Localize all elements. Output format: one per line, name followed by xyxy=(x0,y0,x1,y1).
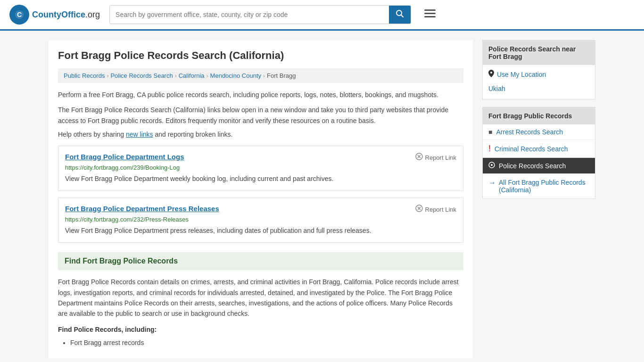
content-area: Fort Bragg Police Records Search (Califo… xyxy=(49,40,473,358)
arrow-icon: → xyxy=(488,179,496,187)
report-link-button-0[interactable]: Report Link xyxy=(415,153,456,162)
link-card-header-1: Fort Bragg Police Department Press Relea… xyxy=(65,205,456,214)
sidebar: Police Records Search near Fort Bragg Us… xyxy=(482,40,595,358)
search-button[interactable] xyxy=(389,6,411,24)
police-records-label: Police Records Search xyxy=(499,162,566,170)
logo-text: CountyOffice.org xyxy=(32,10,100,20)
arrest-records-label: Arrest Records Search xyxy=(496,128,563,136)
breadcrumb-california[interactable]: California xyxy=(179,72,205,79)
sidebar-public-records-title: Fort Bragg Public Records xyxy=(483,107,595,124)
svg-rect-6 xyxy=(424,13,436,14)
svg-text:C: C xyxy=(17,11,22,18)
logo-link[interactable]: C CountyOffice.org xyxy=(9,5,100,25)
menu-button[interactable] xyxy=(424,8,436,21)
report-icon-1 xyxy=(415,205,423,214)
logo-icon: C xyxy=(9,5,29,25)
breadcrumb-sep-1: › xyxy=(107,73,108,79)
svg-point-16 xyxy=(491,164,493,166)
criminal-records-icon: ! xyxy=(488,144,491,154)
find-records-title: Find Police Records, including: xyxy=(58,326,463,333)
find-section-text: Fort Bragg Police Records contain detail… xyxy=(58,277,463,319)
new-links-link[interactable]: new links xyxy=(126,131,153,138)
sidebar-nav-arrest-records[interactable]: ■ Arrest Records Search xyxy=(483,124,595,140)
criminal-records-label: Criminal Records Search xyxy=(495,145,568,153)
nearby-link-ukiah[interactable]: Ukiah xyxy=(488,83,589,94)
breadcrumb: Public Records › Police Records Search ›… xyxy=(58,68,463,83)
use-location-label: Use My Location xyxy=(497,71,546,78)
sidebar-nav: ■ Arrest Records Search ! Criminal Recor… xyxy=(483,124,595,198)
link-card-title-1[interactable]: Fort Bragg Police Department Press Relea… xyxy=(65,205,219,213)
link-card-1: Fort Bragg Police Department Press Relea… xyxy=(58,197,463,243)
location-icon xyxy=(488,70,494,79)
report-icon-0 xyxy=(415,153,423,162)
search-bar xyxy=(109,5,411,24)
sidebar-nav-criminal-records[interactable]: ! Criminal Records Search xyxy=(483,140,595,158)
site-header: C CountyOffice.org xyxy=(0,0,644,31)
breadcrumb-fort-bragg: Fort Bragg xyxy=(267,72,296,79)
breadcrumb-sep-2: › xyxy=(175,73,177,79)
use-location-link[interactable]: Use My Location xyxy=(488,70,589,79)
sidebar-nearby-section: Police Records Search near Fort Bragg Us… xyxy=(482,40,595,99)
sidebar-all-public-records-link[interactable]: → All Fort Bragg Public Records (Califor… xyxy=(483,174,595,198)
sidebar-nav-police-records[interactable]: Police Records Search xyxy=(483,158,595,174)
arrest-records-icon: ■ xyxy=(488,128,492,136)
breadcrumb-sep-3: › xyxy=(206,73,208,79)
report-link-button-1[interactable]: Report Link xyxy=(415,205,456,214)
sidebar-nearby-title: Police Records Search near Fort Bragg xyxy=(483,41,595,65)
list-item: Fort Bragg arrest records xyxy=(70,337,463,349)
link-card-0: Fort Bragg Police Department Logs Report… xyxy=(58,146,463,191)
intro-text-1: Perform a free Fort Bragg, CA public pol… xyxy=(58,90,463,100)
page-title: Fort Bragg Police Records Search (Califo… xyxy=(58,49,463,62)
link-desc-0: View Fort Bragg Police Department weekly… xyxy=(65,174,456,184)
help-text: Help others by sharing new links and rep… xyxy=(58,131,463,138)
link-url-1: https://city.fortbragg.com/232/Press-Rel… xyxy=(65,216,456,223)
breadcrumb-sep-4: › xyxy=(263,73,265,79)
svg-rect-5 xyxy=(424,9,436,11)
svg-line-4 xyxy=(401,15,404,17)
svg-point-14 xyxy=(490,72,492,74)
find-section-header: Find Fort Bragg Police Records xyxy=(58,252,463,270)
sidebar-nearby-body: Use My Location Ukiah xyxy=(483,65,595,99)
link-desc-1: View Fort Bragg Police Department press … xyxy=(65,226,456,236)
link-card-title-0[interactable]: Fort Bragg Police Department Logs xyxy=(65,153,184,161)
main-container: Fort Bragg Police Records Search (Califo… xyxy=(39,31,605,362)
svg-rect-7 xyxy=(424,16,436,17)
breadcrumb-public-records[interactable]: Public Records xyxy=(64,72,105,79)
police-records-icon xyxy=(488,162,495,170)
search-input[interactable] xyxy=(110,6,389,24)
intro-text-2: The Fort Bragg Police Records Search (Ca… xyxy=(58,105,463,126)
breadcrumb-police-records-search[interactable]: Police Records Search xyxy=(110,72,173,79)
breadcrumb-mendocino-county[interactable]: Mendocino County xyxy=(210,72,261,79)
all-records-label: All Fort Bragg Public Records (Californi… xyxy=(499,179,589,194)
link-card-header-0: Fort Bragg Police Department Logs Report… xyxy=(65,153,456,162)
link-url-0: https://city.fortbragg.com/239/Booking-L… xyxy=(65,164,456,171)
sidebar-public-records-section: Fort Bragg Public Records ■ Arrest Recor… xyxy=(482,107,595,199)
records-list: Fort Bragg arrest records xyxy=(58,337,463,349)
